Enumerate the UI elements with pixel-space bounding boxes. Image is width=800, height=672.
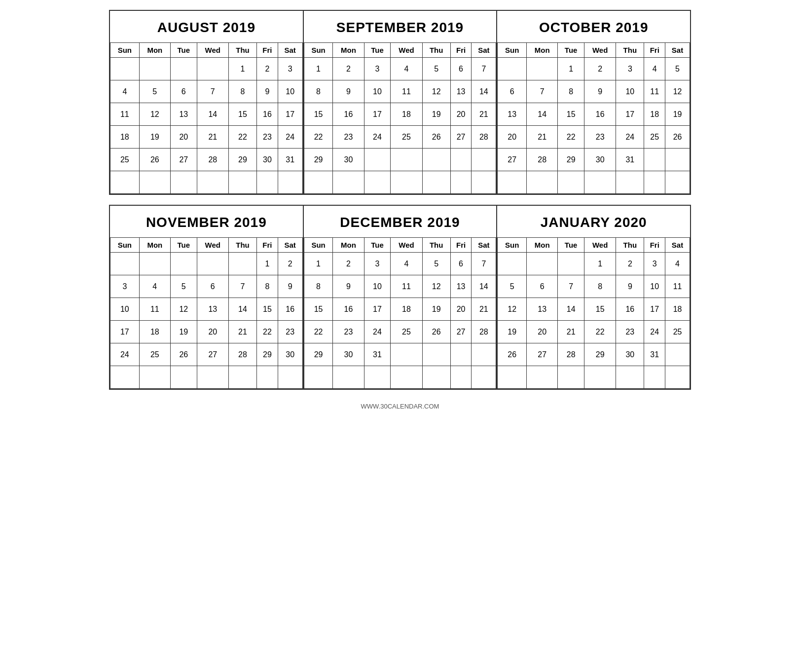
day-cell: 29 bbox=[257, 343, 278, 366]
table-row: 25262728293031 bbox=[110, 149, 303, 171]
day-cell: 9 bbox=[616, 275, 644, 298]
day-cell: 16 bbox=[616, 298, 644, 321]
day-cell: 12 bbox=[422, 80, 450, 103]
day-header: Thu bbox=[422, 43, 450, 58]
table-row bbox=[498, 171, 690, 194]
month-table: SunMonTueWedThuFriSat1234567891011121314… bbox=[110, 42, 303, 194]
day-cell bbox=[391, 343, 422, 366]
day-cell bbox=[333, 366, 364, 389]
month-title: OCTOBER 2019 bbox=[497, 11, 690, 42]
table-row: 1234567 bbox=[304, 58, 496, 80]
day-cell: 13 bbox=[450, 275, 472, 298]
day-cell: 20 bbox=[450, 298, 472, 321]
table-row: 10111213141516 bbox=[110, 298, 303, 321]
table-row: 12345 bbox=[498, 58, 690, 80]
day-header: Fri bbox=[257, 43, 278, 58]
day-cell: 23 bbox=[616, 321, 644, 343]
day-cell bbox=[644, 171, 665, 194]
day-cell bbox=[498, 58, 527, 80]
day-cell bbox=[450, 171, 472, 194]
day-cell bbox=[110, 253, 140, 275]
month-table: SunMonTueWedThuFriSat1234567891011121314… bbox=[110, 237, 303, 389]
day-cell: 11 bbox=[391, 80, 422, 103]
day-cell bbox=[558, 253, 584, 275]
day-cell: 16 bbox=[333, 298, 364, 321]
day-cell: 14 bbox=[558, 298, 584, 321]
day-cell: 23 bbox=[257, 126, 278, 149]
day-cell: 2 bbox=[278, 253, 302, 275]
day-cell: 23 bbox=[333, 321, 364, 343]
month-section: NOVEMBER 2019SunMonTueWedThuFriSat123456… bbox=[110, 206, 304, 389]
table-row: 6789101112 bbox=[498, 80, 690, 103]
day-cell: 21 bbox=[558, 321, 584, 343]
day-cell bbox=[391, 366, 422, 389]
day-cell: 23 bbox=[333, 126, 364, 149]
table-row: 123 bbox=[110, 58, 303, 80]
day-cell: 4 bbox=[665, 253, 690, 275]
day-cell: 15 bbox=[304, 103, 333, 126]
day-cell bbox=[228, 253, 256, 275]
day-cell: 13 bbox=[450, 80, 472, 103]
day-cell: 27 bbox=[527, 343, 558, 366]
day-cell: 19 bbox=[139, 126, 170, 149]
day-cell bbox=[422, 171, 450, 194]
day-cell: 31 bbox=[364, 343, 391, 366]
month-section: AUGUST 2019SunMonTueWedThuFriSat12345678… bbox=[110, 11, 304, 194]
day-cell bbox=[422, 149, 450, 171]
table-row bbox=[498, 366, 690, 389]
table-row: 2930 bbox=[304, 149, 496, 171]
table-row: 891011121314 bbox=[304, 275, 496, 298]
day-cell: 5 bbox=[422, 253, 450, 275]
day-cell: 24 bbox=[616, 126, 644, 149]
day-cell bbox=[472, 343, 496, 366]
table-row: 17181920212223 bbox=[110, 321, 303, 343]
day-cell bbox=[278, 171, 302, 194]
day-cell: 6 bbox=[450, 58, 472, 80]
table-row: 1234 bbox=[498, 253, 690, 275]
table-row: 567891011 bbox=[498, 275, 690, 298]
day-cell: 27 bbox=[498, 149, 527, 171]
day-cell: 14 bbox=[197, 103, 228, 126]
day-header: Wed bbox=[197, 43, 228, 58]
table-row: 13141516171819 bbox=[498, 103, 690, 126]
day-cell: 21 bbox=[527, 126, 558, 149]
day-cell bbox=[139, 171, 170, 194]
day-cell bbox=[644, 149, 665, 171]
day-header: Tue bbox=[558, 238, 584, 253]
day-cell: 30 bbox=[584, 149, 616, 171]
day-cell: 2 bbox=[257, 58, 278, 80]
day-cell bbox=[110, 366, 140, 389]
day-cell: 2 bbox=[584, 58, 616, 80]
table-row bbox=[304, 366, 496, 389]
day-cell bbox=[450, 366, 472, 389]
day-cell: 11 bbox=[665, 275, 690, 298]
month-table: SunMonTueWedThuFriSat1234567891011121314… bbox=[497, 42, 690, 194]
day-cell: 31 bbox=[616, 149, 644, 171]
day-cell: 10 bbox=[616, 80, 644, 103]
day-header: Mon bbox=[333, 238, 364, 253]
day-cell: 22 bbox=[584, 321, 616, 343]
day-cell: 30 bbox=[616, 343, 644, 366]
day-cell: 5 bbox=[665, 58, 690, 80]
day-cell: 24 bbox=[110, 343, 140, 366]
table-row: 45678910 bbox=[110, 80, 303, 103]
day-cell: 30 bbox=[278, 343, 302, 366]
day-cell: 3 bbox=[364, 58, 391, 80]
day-cell bbox=[472, 171, 496, 194]
day-cell bbox=[527, 58, 558, 80]
day-cell bbox=[170, 171, 197, 194]
day-cell: 18 bbox=[139, 321, 170, 343]
day-cell bbox=[197, 253, 228, 275]
day-cell bbox=[110, 58, 140, 80]
day-header: Tue bbox=[558, 43, 584, 58]
day-cell bbox=[527, 171, 558, 194]
day-cell: 4 bbox=[391, 58, 422, 80]
day-cell bbox=[498, 366, 527, 389]
day-cell: 22 bbox=[228, 126, 256, 149]
day-cell: 5 bbox=[422, 58, 450, 80]
day-cell bbox=[498, 171, 527, 194]
table-row: 19202122232425 bbox=[498, 321, 690, 343]
day-cell: 8 bbox=[228, 80, 256, 103]
day-cell: 21 bbox=[472, 103, 496, 126]
table-row: 15161718192021 bbox=[304, 103, 496, 126]
